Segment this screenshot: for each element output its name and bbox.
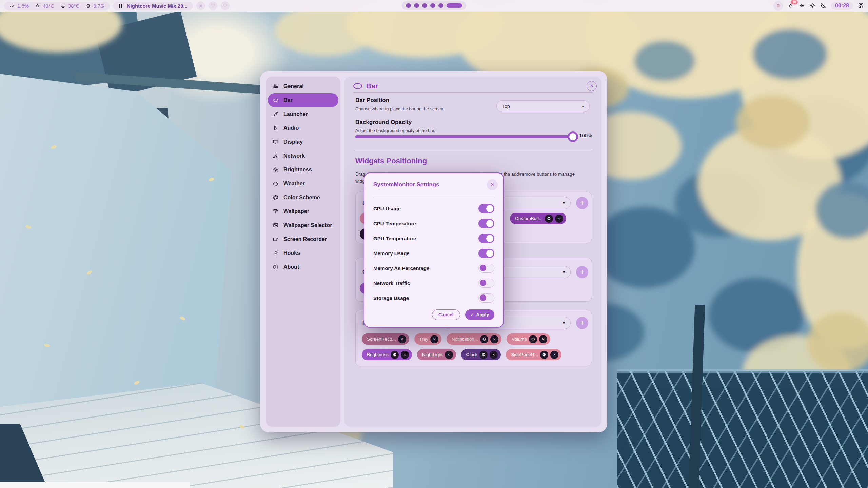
widget-chip-clock[interactable]: Clock⚙×: [461, 349, 501, 360]
sidebar-item-network[interactable]: Network: [268, 149, 338, 163]
sidebar-item-screen-recorder[interactable]: Screen Recorder: [268, 232, 338, 246]
sidebar-item-bar[interactable]: Bar: [268, 93, 338, 107]
add-widget-button[interactable]: +: [576, 266, 588, 278]
dialog-close-button[interactable]: ×: [487, 179, 498, 190]
cpu-temperature-toggle[interactable]: [478, 219, 494, 228]
sidebar-item-weather[interactable]: Weather: [268, 177, 338, 190]
widget-chip-nightlight[interactable]: NightLight×: [417, 349, 456, 360]
gear-icon[interactable]: ⚙: [529, 335, 537, 343]
gear-icon[interactable]: ⚙: [480, 335, 488, 343]
sidebar-item-display[interactable]: Display: [268, 135, 338, 149]
remove-icon[interactable]: ×: [550, 351, 558, 359]
background-opacity-slider[interactable]: [355, 134, 574, 140]
apply-button[interactable]: ✓ Apply: [465, 309, 494, 320]
settings-sidebar: GeneralBarLauncherAudioDisplayNetworkBri…: [266, 77, 340, 427]
media-title: Nightcore Music Mix 20...: [127, 3, 188, 9]
top-bar: 1.8%43°C38°C9.7G Nightcore Music Mix 20.…: [0, 0, 868, 12]
gear-icon[interactable]: ⚙: [391, 351, 399, 359]
stat-chip: 9.7G: [85, 3, 104, 9]
workspace-5[interactable]: [438, 3, 443, 8]
oval-icon: [273, 97, 279, 103]
heart-icon[interactable]: ♡: [209, 1, 217, 10]
workspace-4[interactable]: [430, 3, 435, 8]
overview-icon[interactable]: [858, 3, 864, 9]
gear-icon[interactable]: ⚙: [540, 351, 548, 359]
rocket-icon: [273, 111, 279, 117]
notification-badge: 10: [791, 0, 798, 4]
remove-icon[interactable]: ×: [490, 351, 498, 359]
widget-chip-custombutt[interactable]: CustomButt...⚙×: [510, 213, 566, 224]
slider-track[interactable]: [355, 135, 574, 138]
workspace-1[interactable]: [406, 3, 411, 8]
widget-chip-screenreco[interactable]: ScreenReco...×: [362, 333, 409, 345]
media-player[interactable]: Nightcore Music Mix 20...: [113, 2, 193, 10]
skull-icon[interactable]: ☠: [196, 1, 205, 10]
notifications-button[interactable]: 10: [788, 3, 794, 9]
chip-label: ScreenReco...: [367, 337, 396, 342]
sidebar-item-wallpaper[interactable]: Wallpaper: [268, 204, 338, 218]
bar-position-select[interactable]: Top ▾: [496, 100, 590, 112]
stat-gauge: 1.8%: [9, 3, 29, 9]
sidebar-item-label: Screen Recorder: [283, 236, 327, 242]
sidebar-item-label: Network: [283, 153, 305, 159]
gpu-temperature-toggle[interactable]: [478, 234, 494, 243]
workspace-3[interactable]: [422, 3, 427, 8]
brightness-icon[interactable]: [809, 3, 815, 9]
gear-icon[interactable]: ⚙: [479, 351, 488, 359]
cpu-usage-toggle[interactable]: [478, 204, 494, 213]
remove-icon[interactable]: ×: [398, 335, 406, 343]
sidebar-item-launcher[interactable]: Launcher: [268, 107, 338, 121]
toggle-row-cpu-temperature: CPU Temperature: [373, 216, 494, 231]
remove-icon[interactable]: ×: [490, 335, 498, 343]
pause-icon: [119, 4, 123, 8]
chip-label: NightLight: [422, 352, 443, 357]
tray-app-icon[interactable]: [773, 1, 783, 11]
gear-icon[interactable]: ⚙: [545, 215, 553, 223]
check-icon: ✓: [471, 312, 474, 317]
workspace-2[interactable]: [414, 3, 419, 8]
sun-icon: [273, 167, 279, 173]
chevron-down-icon: ▾: [563, 321, 565, 325]
sidebar-item-hooks[interactable]: Hooks: [268, 246, 338, 260]
widget-chip-sidepanelt[interactable]: SidePanelT...⚙×: [506, 349, 561, 360]
memory-usage-toggle[interactable]: [478, 249, 494, 258]
sidebar-item-audio[interactable]: Audio: [268, 121, 338, 135]
divider: [353, 150, 593, 150]
divider: [373, 197, 494, 197]
add-widget-button[interactable]: +: [576, 197, 588, 209]
sidebar-item-color-scheme[interactable]: Color Scheme: [268, 190, 338, 204]
wallpaper-step-highlight: [0, 482, 190, 488]
storage-usage-toggle[interactable]: [478, 293, 494, 303]
background-opacity-label: Background Opacity: [355, 119, 412, 126]
sidebar-item-wallpaper-selector[interactable]: Wallpaper Selector: [268, 218, 338, 232]
network-traffic-toggle[interactable]: [478, 279, 494, 288]
remove-icon[interactable]: ×: [445, 351, 453, 359]
sidebar-item-general[interactable]: General: [268, 79, 338, 93]
widget-chip-volume[interactable]: Volume⚙×: [507, 333, 550, 345]
cancel-button[interactable]: Cancel: [432, 309, 460, 320]
volume-icon[interactable]: [798, 3, 805, 9]
sidebar-item-brightness[interactable]: Brightness: [268, 163, 338, 177]
workspace-6[interactable]: [447, 3, 462, 8]
link-icon: [273, 250, 279, 256]
workspaces[interactable]: [402, 1, 466, 10]
window-close-button[interactable]: ×: [587, 81, 597, 91]
add-widget-button[interactable]: +: [576, 317, 588, 329]
heart-icon[interactable]: ♡: [221, 1, 230, 10]
widget-chip-brightness[interactable]: Brightness⚙×: [362, 349, 412, 360]
clock[interactable]: 00:28: [831, 2, 853, 10]
slider-knob[interactable]: [568, 131, 578, 142]
night-light-icon[interactable]: [820, 3, 826, 9]
widget-chip-tray[interactable]: Tray×: [414, 333, 442, 345]
memory-as-percentage-toggle[interactable]: [478, 264, 494, 273]
sidebar-item-about[interactable]: About: [268, 260, 338, 274]
remove-icon[interactable]: ×: [539, 335, 547, 343]
page-title: Bar: [366, 82, 378, 90]
remove-icon[interactable]: ×: [401, 351, 409, 359]
widget-chip-notification[interactable]: Notification...⚙×: [447, 333, 501, 345]
remove-icon[interactable]: ×: [555, 215, 563, 223]
remove-icon[interactable]: ×: [430, 335, 438, 343]
monitor-icon: [273, 139, 279, 145]
stat-value: 38°C: [68, 3, 80, 9]
sidebar-item-label: Color Scheme: [283, 195, 320, 201]
